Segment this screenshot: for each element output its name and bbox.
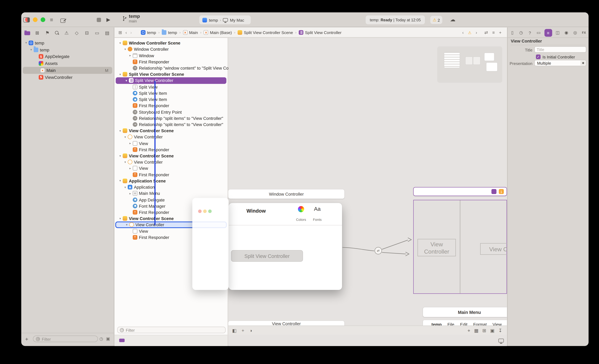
- attributes-inspector-icon[interactable]: ≡: [544, 29, 552, 36]
- source-control-navigator-icon[interactable]: ⊠: [34, 30, 40, 35]
- outline-filter-field[interactable]: Filter: [117, 327, 226, 333]
- add-file-button[interactable]: +: [25, 336, 28, 342]
- disclosure-icon[interactable]: ▾: [123, 160, 128, 164]
- disclosure-icon[interactable]: ▸: [128, 142, 133, 145]
- file-row-appdelegate[interactable]: AppDelegate: [21, 53, 114, 60]
- outline-row[interactable]: Storyboard Entry Point: [115, 109, 228, 115]
- add-editor-icon[interactable]: +: [499, 30, 502, 35]
- segue-icon[interactable]: ⇄: [375, 247, 382, 254]
- outline-row[interactable]: First Responder: [115, 146, 228, 153]
- outline-row[interactable]: ▾Application: [115, 184, 228, 190]
- disclosure-icon[interactable]: ▾: [123, 186, 128, 189]
- bookmarks-navigator-icon[interactable]: ⚑: [44, 30, 51, 35]
- previous-issue-icon[interactable]: ‹: [462, 30, 464, 35]
- forward-icon[interactable]: ›: [130, 30, 132, 35]
- scheme-selector[interactable]: temp › My Mac: [199, 16, 251, 25]
- disclosure-icon[interactable]: ▸: [128, 192, 133, 195]
- breadcrumb-item[interactable]: Main (Base): [204, 30, 232, 35]
- outline-row[interactable]: ▾View Controller: [115, 159, 228, 165]
- navigator-filter-field[interactable]: Filter: [33, 336, 98, 342]
- effects-inspector-icon[interactable]: FX: [581, 31, 587, 34]
- outline-row[interactable]: ▸View: [115, 165, 228, 171]
- outline-row[interactable]: First Responder: [115, 102, 228, 109]
- history-inspector-icon[interactable]: ◷: [518, 30, 524, 35]
- toolbar-list-icon[interactable]: ≡: [50, 17, 53, 23]
- breadcrumb-item[interactable]: temp: [141, 30, 156, 35]
- disclosure-icon[interactable]: ▾: [118, 179, 123, 183]
- outline-row-selected[interactable]: ▾Split View Controller: [116, 77, 226, 84]
- outline-row[interactable]: Split View Item: [115, 96, 228, 102]
- recent-files-filter-icon[interactable]: ◷: [99, 336, 103, 341]
- next-issue-icon[interactable]: ›: [476, 30, 477, 35]
- disclosure-icon[interactable]: ▾: [118, 129, 123, 133]
- editor-options-icon[interactable]: ≡: [492, 30, 495, 35]
- outline-row[interactable]: ▾View Controller: [115, 134, 228, 140]
- find-navigator-icon[interactable]: [54, 30, 60, 35]
- size-inspector-icon[interactable]: ◫: [555, 30, 561, 35]
- outline-row[interactable]: ▾View Controller Scene: [115, 127, 228, 134]
- disclosure-icon[interactable]: ▾: [124, 79, 129, 82]
- file-row-temp[interactable]: ▾temp: [21, 46, 114, 53]
- breadcrumb-item[interactable]: Split View Controller Scene: [238, 30, 293, 35]
- file-inspector-icon[interactable]: ▯: [509, 30, 515, 35]
- presentation-dropdown[interactable]: Multiple: [534, 60, 586, 66]
- file-row-temp[interactable]: ▾temp: [21, 39, 114, 46]
- outline-row[interactable]: ▾Window Controller Scene: [115, 40, 228, 46]
- debug-navigator-icon[interactable]: ⊟: [84, 30, 90, 35]
- storyboard-canvas[interactable]: Window Controller Window Colors Aa Fonts…: [228, 38, 507, 346]
- outline-row[interactable]: Relationship "split items" to "View Cont…: [115, 115, 228, 121]
- issue-navigator-icon[interactable]: ⚠: [63, 30, 70, 35]
- test-navigator-icon[interactable]: ◇: [74, 30, 80, 35]
- outline-row[interactable]: Split View: [115, 84, 228, 90]
- file-row-main[interactable]: MainM: [23, 67, 112, 74]
- disclosure-icon[interactable]: ▾: [124, 223, 129, 227]
- outline-row[interactable]: ▾Split View Controller Scene: [115, 71, 228, 77]
- disclosure-icon[interactable]: ▾: [118, 41, 123, 45]
- scheme-name[interactable]: temp: [209, 18, 218, 22]
- outline-row[interactable]: ▸Window: [115, 52, 228, 59]
- quick-help-inspector-icon[interactable]: ?: [527, 30, 533, 35]
- breadcrumb-item[interactable]: Split View Controller: [299, 30, 342, 35]
- disclosure-icon[interactable]: ▾: [123, 47, 128, 51]
- outline-row[interactable]: ▸View: [115, 140, 228, 146]
- toolbar-compose-icon[interactable]: [60, 18, 65, 23]
- title-field[interactable]: [534, 46, 586, 53]
- breadcrumb-item[interactable]: Main: [183, 30, 198, 35]
- disclosure-icon[interactable]: ▾: [24, 41, 29, 45]
- stop-button[interactable]: [97, 18, 101, 22]
- outline-row[interactable]: Relationship "window content" to "Split …: [115, 65, 228, 71]
- identity-inspector-icon[interactable]: ▭: [536, 30, 542, 35]
- disclosure-icon[interactable]: ▾: [118, 217, 123, 220]
- project-chip[interactable]: temp main: [123, 14, 140, 24]
- warning-badge[interactable]: ⚠ 2: [430, 16, 442, 24]
- bindings-inspector-icon[interactable]: ◎: [572, 30, 578, 35]
- outline-row[interactable]: ▾Application Scene: [115, 178, 228, 184]
- disclosure-icon[interactable]: ▾: [118, 73, 123, 76]
- run-destination[interactable]: My Mac: [230, 18, 244, 22]
- outline-row[interactable]: ▾View Controller Scene: [115, 153, 228, 159]
- disclosure-icon[interactable]: ▸: [128, 54, 133, 57]
- back-icon[interactable]: ‹: [125, 30, 127, 35]
- connections-inspector-icon[interactable]: ◉: [563, 30, 569, 35]
- related-items-icon[interactable]: ⊞: [118, 30, 122, 35]
- disclosure-icon[interactable]: ▾: [118, 154, 123, 158]
- breakpoint-navigator-icon[interactable]: ▭: [94, 30, 100, 35]
- report-navigator-icon[interactable]: ▤: [104, 30, 110, 35]
- file-row-viewcontroller[interactable]: ViewController: [21, 74, 114, 81]
- cloud-status-icon[interactable]: ☁: [450, 16, 456, 22]
- is-initial-controller-checkbox[interactable]: [536, 55, 541, 59]
- adjust-editor-icon[interactable]: ⇄: [484, 30, 488, 35]
- run-button[interactable]: ▶: [106, 17, 110, 23]
- issue-warning-icon[interactable]: ⚠: [468, 30, 471, 35]
- outline-row[interactable]: First Responder: [115, 59, 228, 65]
- breadcrumb-item[interactable]: temp: [162, 30, 177, 35]
- outline-row[interactable]: Relationship "split items" to "View Cont…: [115, 121, 228, 128]
- outline-row[interactable]: First Responder: [115, 171, 228, 178]
- disclosure-icon[interactable]: ▾: [123, 135, 128, 139]
- disclosure-icon[interactable]: ▸: [128, 167, 133, 170]
- outline-row[interactable]: Split View Item: [115, 90, 228, 96]
- outline-row[interactable]: ▾Window Controller: [115, 46, 228, 52]
- zoom-button[interactable]: [41, 17, 45, 22]
- file-row-assets[interactable]: Assets: [21, 60, 114, 67]
- project-navigator-icon[interactable]: [25, 31, 30, 35]
